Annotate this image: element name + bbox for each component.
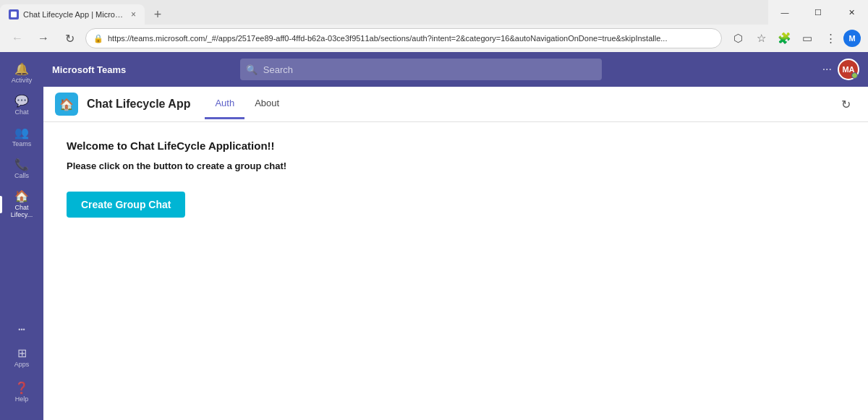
search-input[interactable] — [240, 59, 602, 80]
teams-icon: 👥 — [14, 127, 29, 139]
url-text: https://teams.microsoft.com/_#/apps/2517… — [108, 34, 714, 43]
app-tabs: Auth About — [205, 89, 289, 119]
app-body: Welcome to Chat LifeCycle Application!! … — [43, 122, 868, 420]
sidebar-item-teams[interactable]: 👥 Teams — [0, 121, 43, 153]
apps-icon: ⊞ — [17, 348, 27, 359]
home-icon: 🏠 — [14, 191, 29, 202]
activity-icon: 🔔 — [14, 64, 29, 75]
app-icon: 🏠 — [55, 93, 78, 116]
app-layout: 🔔 Activity 💬 Chat 👥 Teams 📞 Calls 🏠 Chat… — [0, 52, 868, 420]
refresh-button[interactable]: ↻ — [835, 92, 856, 117]
lock-icon: 🔒 — [93, 34, 103, 43]
app-title: Chat Lifecycle App — [87, 98, 190, 111]
search-icon: 🔍 — [246, 64, 258, 75]
browser-chrome: Chat Lifecycle App | Microsoft Te... × +… — [0, 0, 868, 52]
sidebar-item-help[interactable]: ❓ Help — [0, 377, 43, 408]
more-label: ••• — [18, 326, 25, 333]
sidebar-label-chat-lifecycle: Chat Lifecy... — [4, 204, 39, 218]
sidebar-label-teams: Teams — [12, 140, 32, 147]
teams-search: 🔍 — [240, 59, 602, 80]
tab-auth[interactable]: Auth — [205, 89, 244, 119]
sidebar-label-help: Help — [15, 395, 29, 403]
extensions-button[interactable]: 🧩 — [774, 28, 794, 48]
sidebar-bottom: ••• ⊞ Apps ❓ Help — [0, 320, 43, 414]
main-content: 🏠 Chat Lifecycle App Auth About ↻ Welcom… — [43, 87, 868, 420]
avatar-status — [851, 72, 858, 79]
browser-toolbar-right: ⬡ ☆ 🧩 ▭ ⋮ M — [728, 28, 861, 48]
tab-close-button[interactable]: × — [131, 9, 136, 20]
maximize-button[interactable]: ☐ — [801, 0, 835, 25]
sidebar-toggle-button[interactable]: ▭ — [797, 28, 817, 48]
forward-button[interactable]: → — [33, 28, 54, 48]
back-button[interactable]: ← — [7, 28, 27, 48]
cast-button[interactable]: ⬡ — [728, 28, 748, 48]
tab-title: Chat Lifecycle App | Microsoft Te... — [23, 10, 124, 19]
sidebar-item-activity[interactable]: 🔔 Activity — [0, 58, 43, 90]
browser-tab[interactable]: Chat Lifecycle App | Microsoft Te... × — [0, 4, 145, 25]
welcome-heading: Welcome to Chat LifeCycle Application!! — [67, 140, 845, 152]
more-icon[interactable]: ··· — [822, 63, 832, 76]
sidebar-label-activity: Activity — [12, 77, 33, 84]
sidebar-item-chat-lifecycle[interactable]: 🏠 Chat Lifecy... — [0, 185, 43, 224]
teams-header-right: ··· MA — [822, 59, 859, 80]
sidebar-item-calls[interactable]: 📞 Calls — [0, 153, 43, 185]
calls-icon: 📞 — [14, 159, 29, 171]
window-controls: — ☐ ✕ — [768, 0, 868, 25]
teams-sidebar: 🔔 Activity 💬 Chat 👥 Teams 📞 Calls 🏠 Chat… — [0, 52, 43, 420]
close-button[interactable]: ✕ — [835, 0, 868, 25]
minimize-button[interactable]: — — [768, 0, 801, 25]
chat-icon: 💬 — [14, 95, 29, 107]
sidebar-label-calls: Calls — [14, 172, 29, 179]
sidebar-label-apps: Apps — [14, 361, 30, 368]
search-wrapper: 🔍 — [240, 59, 602, 80]
tab-about[interactable]: About — [244, 89, 289, 119]
teams-main: Microsoft Teams 🔍 ··· MA 🏠 — [43, 52, 868, 420]
bookmark-button[interactable]: ☆ — [751, 28, 771, 48]
address-bar-row: ← → ↻ 🔒 https://teams.microsoft.com/_#/a… — [0, 25, 868, 52]
app-icon-symbol: 🏠 — [59, 98, 74, 111]
sidebar-label-chat: Chat — [14, 108, 28, 116]
sidebar-item-apps[interactable]: ⊞ Apps — [0, 342, 43, 374]
browser-profile-icon[interactable]: M — [843, 30, 861, 47]
new-tab-button[interactable]: + — [148, 4, 168, 25]
sidebar-item-chat[interactable]: 💬 Chat — [0, 90, 43, 121]
teams-header: Microsoft Teams 🔍 ··· MA — [43, 52, 868, 87]
avatar[interactable]: MA — [838, 59, 859, 80]
teams-logo: Microsoft Teams — [52, 64, 126, 75]
more-options-button[interactable]: ⋮ — [820, 28, 841, 48]
welcome-subtext: Please click on the button to create a g… — [67, 160, 845, 171]
help-icon: ❓ — [14, 382, 29, 394]
reload-button[interactable]: ↻ — [59, 28, 80, 48]
tab-favicon — [9, 9, 19, 20]
create-group-chat-button[interactable]: Create Group Chat — [67, 192, 185, 218]
address-bar[interactable]: 🔒 https://teams.microsoft.com/_#/apps/25… — [85, 28, 722, 48]
sidebar-item-more[interactable]: ••• — [0, 320, 43, 339]
content-header: 🏠 Chat Lifecycle App Auth About ↻ — [43, 87, 868, 122]
